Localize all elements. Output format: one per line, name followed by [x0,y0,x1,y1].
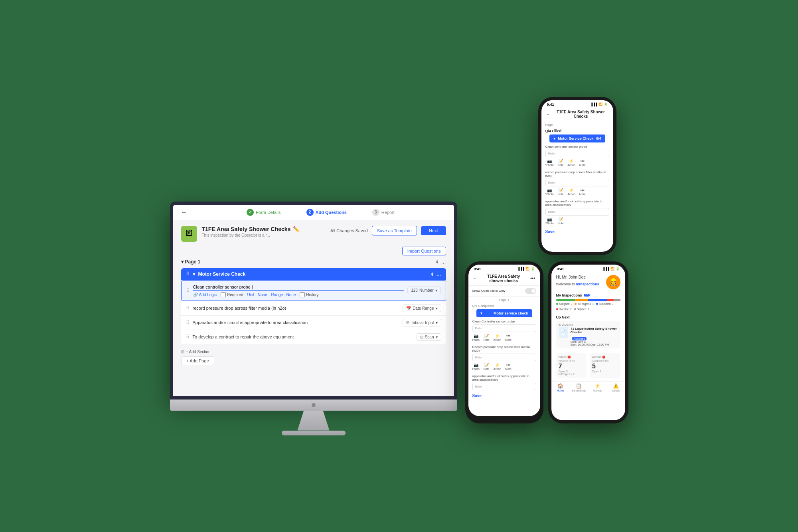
phone2-dots-menu[interactable]: ••• [530,276,535,281]
q1-text-input[interactable] [193,284,405,291]
q3-type-icon: ⊞ [406,320,409,325]
phone2-q2-action[interactable]: ⚡ Action [494,363,501,370]
edit-icon[interactable]: ✏️ [293,226,300,232]
required-checkbox[interactable] [221,292,226,297]
phone1-q1-input[interactable]: Enter [545,150,609,157]
upnext-details-area: T1 Liquefaction Safety Shower Checks Ass… [571,327,618,346]
actions-count: 5 [592,363,618,370]
nav-home[interactable]: 🏠 Home [551,383,570,392]
question-item-3[interactable]: ⠿ Apparatus and/or circuit is appropriat… [181,315,446,330]
p2-signal-icon: ▐▐▐ [517,267,524,271]
phone3-time: 9:41 [557,267,564,271]
add-section-row[interactable]: ⊞ + Add Section [181,347,446,356]
import-questions-button[interactable]: Import Questions [402,247,446,255]
phone2-q2-input[interactable]: Enter [472,354,536,361]
q4-type-icon: ⊡ [420,335,423,339]
upnext-title: T1 Liquefaction Safety Shower Checks [571,327,618,334]
history-checkbox-label[interactable]: History [300,292,318,297]
phone2-q3-input[interactable]: Enter [472,383,536,390]
step3-label: Report [381,210,395,215]
phone2-q2-more[interactable]: ••• More [505,363,512,370]
question-item-2[interactable]: ⠿ record pressure drop across filter med… [181,301,446,315]
add-logic-btn[interactable]: 🔗 Add Logic [193,293,217,297]
add-page-button[interactable]: + Add Page [181,356,214,365]
issues-stat-box[interactable]: Issues 🔴 Assigned to me 7 Open: 5 In Pro… [556,353,587,378]
phone1-q2-input[interactable]: Enter [545,179,609,186]
phone1-section-header[interactable]: ▾ Motor Service Check 0/4 [549,134,605,142]
phone1-q1-note[interactable]: 📝 Note [558,159,564,166]
phone2-q2-note[interactable]: 📝 Note [484,363,490,370]
phone2-page-label: Page 1 [468,297,540,303]
question-item-4[interactable]: ⠿ To develop a contract to repair the ab… [181,330,446,344]
upnext-assigned-badge: Assigned [572,337,587,340]
phone2-q3-label: apparatus and/or circuit is appropriate … [472,374,536,382]
phone1-q3-photo[interactable]: 📷 *Photo [545,217,554,225]
back-button[interactable]: ← [181,209,188,216]
page-dots-menu[interactable]: ... [441,259,446,265]
phone1-q1-photo[interactable]: 📷 *Photo [545,159,554,166]
history-checkbox[interactable] [300,292,305,297]
phone2-q1-input[interactable]: Enter [472,324,536,332]
phone1-q3-input[interactable]: Enter [545,208,609,216]
nav-inspections[interactable]: 📋 Inspections [570,383,588,392]
step1-circle: ✓ [247,209,254,216]
page-collapse-icon[interactable]: ▾ [181,259,184,265]
phone2-q1-more[interactable]: ••• More [505,334,512,341]
step3-circle: 3 [372,209,379,216]
p2-wifi-icon: 📶 [525,267,529,271]
phone1-q2-more[interactable]: ••• More [579,188,586,196]
required-checkbox-label[interactable]: Required [221,292,243,297]
phone1-q2-note[interactable]: 📝 Note [558,188,564,196]
p2-photo-icon: 📷 [474,334,478,338]
phone1-q2-action[interactable]: ⚡ Action [567,188,575,196]
phone2-screen: 9:41 ▐▐▐ 📶 🔋 ← T1FE Area Safety shower c… [468,265,540,416]
q2-type-icon: 📅 [406,306,411,310]
form-thumbnail: 🖼 [181,226,197,242]
phone1-q3-note[interactable]: 📝 Note [558,217,564,225]
phone3: 9:41 ▐▐▐ 📶 🔋 Hi, Mr. John Doe [548,261,628,423]
phone1-time: 9:41 [547,103,554,107]
upnext-card[interactable]: ID 2025343 📄 T1 Liquefaction Safety Show… [556,321,620,348]
phone2-save-btn[interactable]: Save [472,394,482,398]
phone2-q1-note[interactable]: 📝 Note [484,334,490,341]
save-as-template-button[interactable]: Save as Template [372,226,417,235]
import-row: Import Questions [181,247,446,255]
prog-inprogress [575,299,588,301]
step-add-questions[interactable]: 2 Add Questions [306,209,347,216]
show-open-tasks-toggle[interactable] [525,288,536,294]
step-report[interactable]: 3 Report [372,209,395,216]
photo-icon: 📷 [547,159,552,163]
phone2-back-btn[interactable]: ← [473,276,477,281]
q1-type-selector[interactable]: 123 Number ▾ [407,287,440,294]
q4-type-selector[interactable]: ⊡ Scan ▾ [417,333,441,341]
q2-type-selector[interactable]: 📅 Date Range ▾ [403,305,441,312]
next-button[interactable]: Next [421,226,446,235]
phone1-q1-more[interactable]: ••• More [579,159,586,166]
phone1-q1-action[interactable]: ⚡ Action [567,159,575,166]
phone2-q2-photo[interactable]: 📷 Photo [472,363,480,370]
phone2-status-icons: ▐▐▐ 📶 🔋 [517,267,534,271]
section-collapse-icon[interactable]: ▾ [193,271,195,277]
stepper: ✓ Form Details 2 Add Questions 3 [196,209,446,216]
phone2-q1-action[interactable]: ⚡ Action [494,334,501,341]
phone1-save-btn[interactable]: Save [545,229,555,234]
phone3-welcome: Welcome to mInspections [556,282,599,286]
issues-count: 7 [559,363,585,370]
nav-issues[interactable]: ⚠️ Issues [606,383,625,392]
q3-type-selector[interactable]: ⊞ Tabular Input ▾ [403,319,441,326]
section-dots-menu[interactable]: ... [437,271,441,277]
more-icon-2: ••• [581,188,585,192]
phone1-back-btn[interactable]: ← [546,112,550,116]
inspections-legend: Assigned: 3 In Progress: 1 Submitted: 3 [556,303,620,310]
phone2-section-name: Motor service check [494,311,528,315]
actions-stat-box[interactable]: Actions 🔴 Assigned to me 5 Open: 3 [590,353,620,378]
phone2-section-header[interactable]: ▾ Motor service check [476,309,532,317]
dot-skipped [574,308,576,310]
home-icon: 🏠 [557,383,563,389]
p2-action-icon-2: ⚡ [495,363,500,367]
step-form-details[interactable]: ✓ Form Details [247,209,280,216]
nav-actions[interactable]: ⚡ Actions [588,383,606,392]
phone1-q2-photo[interactable]: 📷 *Photo [545,188,554,196]
phone2-q1-photo[interactable]: 📷 Photo [472,334,480,341]
phone1-section-collapse: ▾ [553,136,555,140]
